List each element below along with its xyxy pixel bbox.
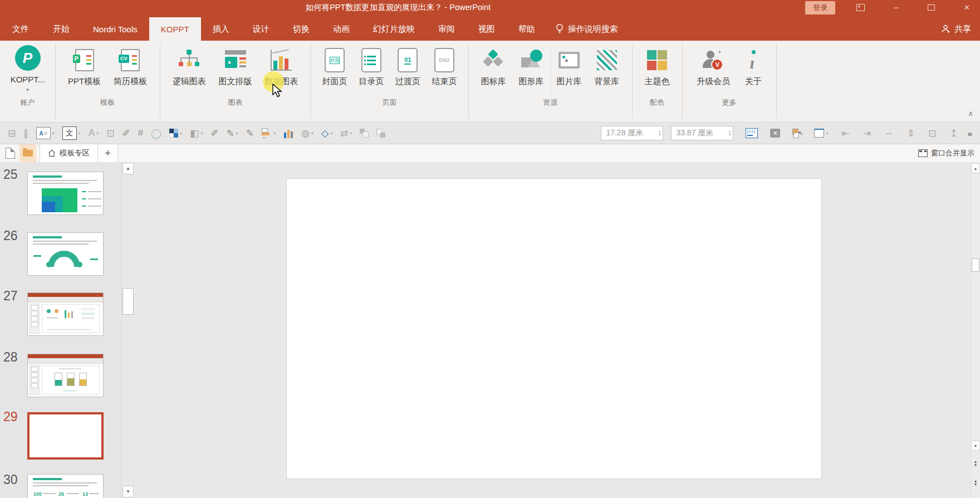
tab-nordri-tools[interactable]: Nordri Tools: [81, 17, 149, 41]
shape-library-button[interactable]: 图形库: [519, 41, 544, 87]
icon-library-button[interactable]: 图标库: [481, 41, 506, 87]
tell-me-search[interactable]: 操作说明搜索: [547, 17, 627, 41]
maximize-icon[interactable]: [928, 4, 935, 11]
oval-shape-icon[interactable]: ◯: [151, 128, 161, 139]
align-right-icon[interactable]: ⇥: [863, 128, 871, 139]
text-style-box-icon[interactable]: A≡ ▾: [36, 127, 55, 139]
swap-objects-icon[interactable]: ⊡: [928, 128, 936, 139]
canvas-scrollbar-thumb[interactable]: [972, 258, 979, 272]
more-tools-icon[interactable]: »: [968, 129, 972, 138]
panel-scroll-up-button[interactable]: ▲: [122, 163, 134, 174]
align-objects-icon[interactable]: ⊟: [8, 128, 16, 139]
tab-review[interactable]: 审阅: [427, 17, 467, 41]
theme-color-button[interactable]: 主题色: [645, 41, 670, 87]
slide-thumbnail-28[interactable]: [27, 354, 104, 397]
paint-bucket-icon[interactable]: ◧▾: [190, 128, 203, 139]
height-spinner[interactable]: ▴▾: [729, 130, 733, 136]
panel-scrollbar[interactable]: ▲ ▼: [121, 162, 134, 498]
color-picker-icon[interactable]: ✐: [210, 128, 218, 139]
tab-home[interactable]: 开始: [41, 17, 81, 41]
slide-thumbnail-26[interactable]: [27, 232, 104, 276]
tab-design[interactable]: 设计: [241, 17, 281, 41]
eyedropper-icon[interactable]: ✐: [122, 128, 130, 139]
flip-shape-icon[interactable]: ⇄▾: [340, 128, 352, 139]
move-up-icon[interactable]: ↥: [949, 128, 957, 139]
distribute-objects-icon[interactable]: ∥: [23, 128, 28, 139]
ppt-template-button[interactable]: P PPT模板: [68, 41, 101, 87]
panel-scroll-down-button[interactable]: ▼: [122, 486, 134, 497]
background-library-button[interactable]: 背景库: [594, 41, 619, 87]
main-area: 25 26 27: [0, 162, 980, 498]
group-separator: [551, 48, 551, 105]
image-library-button[interactable]: 图片库: [556, 41, 581, 87]
tab-template-zone[interactable]: 模板专区: [40, 144, 98, 162]
transition-page-button[interactable]: 01 过渡页: [395, 41, 420, 87]
width-spinner[interactable]: ▴▾: [659, 130, 663, 136]
minimize-icon[interactable]: ─: [894, 4, 899, 11]
bring-forward-icon[interactable]: [360, 129, 369, 138]
about-button[interactable]: ı 关于: [745, 41, 762, 87]
tab-help[interactable]: 帮助: [507, 17, 547, 41]
logic-chart-button[interactable]: 逻辑图表: [173, 41, 206, 87]
select-objects-icon[interactable]: ↖: [792, 129, 802, 138]
previous-slide-button[interactable]: ▲▲: [971, 460, 980, 466]
paragraph-layout-icon[interactable]: ← ▾: [262, 128, 276, 138]
next-slide-button[interactable]: ▼▼: [971, 480, 980, 486]
end-page-button[interactable]: END 结束页: [432, 41, 457, 87]
combine-shapes-icon[interactable]: ◇▾: [321, 128, 332, 139]
new-document-icon[interactable]: [6, 148, 15, 159]
open-folder-button[interactable]: [19, 144, 36, 162]
title-bar: 如何将PPT数据更加直观的展现出来？ - PowerPoint 登录 ─ ✕: [0, 0, 980, 17]
close-icon[interactable]: ✕: [964, 4, 970, 11]
delete-slide-icon[interactable]: ✕: [770, 129, 780, 138]
crop-icon[interactable]: #: [138, 128, 143, 139]
tab-slideshow[interactable]: 幻灯片放映: [361, 17, 427, 41]
upgrade-vip-button[interactable]: + V 升级会员: [697, 41, 730, 87]
align-left-icon[interactable]: ⇤: [841, 128, 849, 139]
slide-thumbnail-29-selected[interactable]: [27, 412, 104, 460]
slide-thumbnail-25[interactable]: [27, 172, 104, 215]
toc-page-button[interactable]: 目录页: [359, 41, 384, 87]
format-brush-icon[interactable]: ✎: [246, 128, 254, 139]
tab-transitions[interactable]: 切换: [281, 17, 321, 41]
shape-width-input[interactable]: 17.28 厘米 ▴▾: [601, 126, 663, 140]
canvas-scroll-down-button[interactable]: ▼: [971, 441, 980, 451]
distribute-horizontal-icon[interactable]: ⇔: [884, 128, 894, 139]
koppt-account-button[interactable]: P KOPPT... ▾: [11, 41, 45, 92]
tab-animations[interactable]: 动画: [321, 17, 361, 41]
ribbon-display-options-icon[interactable]: [856, 4, 865, 11]
font-color-icon[interactable]: A▾: [89, 128, 99, 139]
canvas-scrollbar[interactable]: ▲ ▼ ▲▲ ▼▼: [971, 162, 980, 498]
slide-thumbnail-27[interactable]: [27, 292, 104, 336]
text-direction-icon[interactable]: 文 ▾: [62, 126, 81, 140]
cover-page-button[interactable]: 封面 封面页: [322, 41, 347, 87]
shape-height-input[interactable]: 33.87 厘米 ▴▾: [671, 126, 733, 140]
tab-file[interactable]: 文件: [0, 17, 41, 41]
collapse-ribbon-icon[interactable]: ∧: [968, 109, 973, 118]
add-tab-button[interactable]: +: [98, 144, 118, 162]
replace-image-icon[interactable]: ⊡: [106, 128, 114, 139]
group-label-charts: 图表: [160, 97, 311, 108]
fill-color-icon[interactable]: ▾: [169, 129, 182, 138]
resume-template-button[interactable]: CV 简历模板: [114, 41, 147, 87]
outline-box-icon[interactable]: ▾: [814, 129, 828, 138]
panel-scrollbar-thumb[interactable]: [122, 288, 134, 315]
send-backward-icon[interactable]: [376, 129, 385, 138]
share-button[interactable]: 共享: [942, 17, 980, 41]
edit-pen-icon[interactable]: ✎▾: [226, 128, 238, 139]
notes-icon[interactable]: [746, 128, 758, 138]
tab-insert[interactable]: 插入: [201, 17, 241, 41]
text-layout-button[interactable]: 图文排版: [219, 41, 252, 87]
merge-window-toggle[interactable]: 窗口合并显示: [918, 144, 980, 162]
slide-number: 26: [0, 228, 19, 243]
distribute-vertical-icon[interactable]: ⇕: [907, 128, 915, 139]
merge-shapes-icon[interactable]: ◍▾: [301, 128, 313, 139]
slide-thumbnail-30[interactable]: 100 25 13: [27, 474, 104, 498]
chevron-down-icon: ▾: [26, 87, 29, 92]
canvas-scroll-up-button[interactable]: ▲: [971, 163, 980, 173]
login-button[interactable]: 登录: [805, 1, 835, 14]
slide-canvas[interactable]: [286, 178, 822, 479]
tab-koppt[interactable]: KOPPT: [149, 17, 201, 41]
insert-chart-icon[interactable]: [283, 128, 293, 138]
tab-view[interactable]: 视图: [467, 17, 507, 41]
